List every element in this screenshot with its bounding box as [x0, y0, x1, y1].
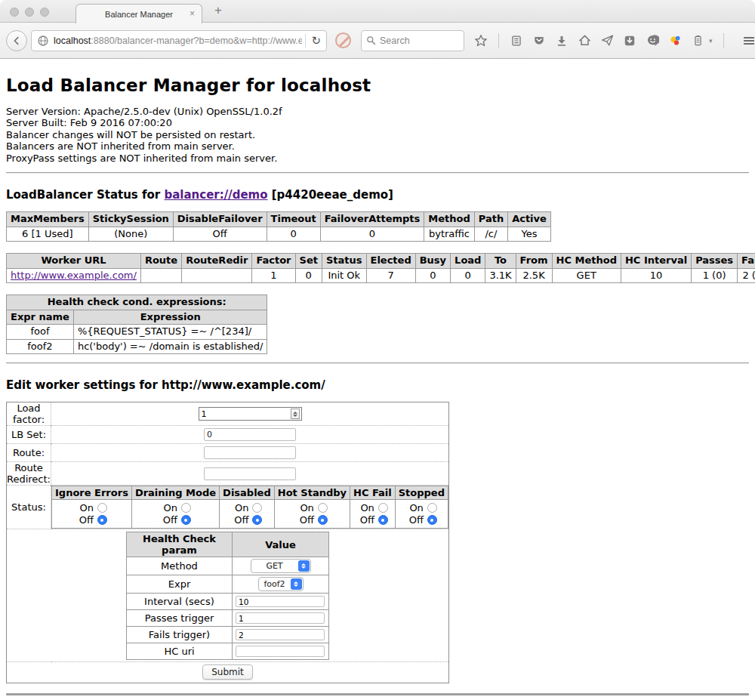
tab-title: Balancer Manager — [105, 10, 173, 19]
form-row-status: Status: Ignore Errors Draining Mode Disa… — [7, 486, 449, 529]
downloads-icon[interactable] — [555, 34, 569, 48]
feedback-smiley-icon[interactable] — [646, 34, 659, 48]
page-title: Load Balancer Manager for localhost — [6, 59, 749, 95]
radio-ignore-errors-on[interactable] — [97, 503, 107, 513]
table-row: foof %{REQUEST_STATUS} =~ /^[234]/ — [7, 325, 267, 340]
send-tab-icon[interactable] — [600, 34, 614, 48]
server-version-line: Server Version: Apache/2.5.0-dev (Unix) … — [6, 106, 749, 117]
method-select[interactable]: GET — [251, 559, 311, 573]
radio-disabled-on[interactable] — [252, 503, 262, 513]
pocket-icon[interactable] — [532, 34, 546, 48]
worker-table: Worker URL Route RouteRedir Factor Set S… — [6, 253, 755, 283]
url-text: localhost:8880/balancer-manager?b=demo&w… — [54, 35, 302, 46]
hc-uri-input[interactable] — [236, 646, 325, 657]
globe-icon — [37, 35, 49, 47]
back-arrow-icon — [11, 35, 22, 46]
table-header-row: Worker URL Route RouteRedir Factor Set S… — [7, 254, 755, 269]
form-row-health-check: Health Check param Value Method GET — [7, 529, 449, 662]
overflow-caret-icon[interactable]: ▾ — [709, 37, 713, 45]
save-to-device-icon[interactable] — [623, 34, 636, 48]
divider — [6, 172, 749, 174]
worker-url-link[interactable]: http://www.example.com/ — [11, 270, 137, 281]
hc-row-hc-uri: HC uri — [127, 643, 329, 660]
search-icon — [366, 35, 376, 45]
fails-trigger-input[interactable] — [236, 629, 325, 640]
server-built-line: Server Built: Feb 9 2016 07:00:20 — [6, 117, 749, 128]
table-header-row: MaxMembers StickySession DisableFailover… — [7, 212, 551, 227]
toolbar-buttons: ▾ — [474, 33, 755, 48]
colored-dots-icon[interactable] — [668, 34, 682, 48]
address-bar[interactable]: localhost:8880/balancer-manager?b=demo&w… — [31, 30, 327, 51]
hc-row-expr: Expr foof2 — [127, 575, 329, 594]
search-bar[interactable] — [361, 30, 464, 51]
menu-icon[interactable] — [742, 34, 755, 48]
navigation-toolbar: localhost:8880/balancer-manager?b=demo&w… — [0, 23, 755, 59]
submit-button[interactable]: Submit — [202, 665, 253, 680]
radio-stopped-on[interactable] — [427, 503, 437, 513]
route-redirect-label: Route Redirect: — [7, 462, 51, 486]
edit-worker-form: Load factor: LB Set: Route: Route Redire… — [6, 402, 449, 683]
table-row: http://www.example.com/ 1 0 Init Ok 7 0 … — [7, 268, 755, 283]
proxypass-notice-line: ProxyPass settings are NOT inherited fro… — [6, 153, 749, 164]
load-factor-label: Load factor: — [7, 402, 51, 426]
balancer-status-table: MaxMembers StickySession DisableFailover… — [6, 211, 551, 242]
window-close-button[interactable] — [10, 8, 19, 17]
select-arrows-icon — [291, 578, 302, 590]
tab-bar: Balancer Manager × + — [0, 0, 755, 23]
table-header-row: Ignore Errors Draining Mode Disabled Hot… — [52, 486, 448, 500]
home-icon[interactable] — [578, 34, 591, 48]
persist-notice-line: Balancer changes will NOT be persisted o… — [6, 129, 749, 140]
route-redirect-input[interactable] — [204, 467, 296, 480]
health-check-expressions-table: Health check cond. expressions: Expr nam… — [6, 294, 267, 354]
bottom-divider — [6, 693, 749, 695]
radio-stopped-off[interactable] — [427, 515, 437, 525]
table-row: 6 [1 Used] (None) Off 0 0 bytraffic /c/ … — [7, 227, 551, 242]
content-blocked-icon[interactable] — [335, 32, 351, 48]
form-row-route-redirect: Route Redirect: — [7, 462, 449, 486]
url-divider — [305, 34, 306, 48]
back-button[interactable] — [6, 30, 27, 51]
balancer-demo-link[interactable]: balancer://demo — [164, 188, 267, 202]
load-factor-input[interactable] — [199, 407, 302, 421]
balancer-status-heading: LoadBalancer Status for balancer://demo … — [6, 188, 749, 202]
bookmark-star-icon[interactable] — [474, 34, 488, 48]
table-row: foof2 hc('body') =~ /domain is establish… — [7, 339, 267, 354]
radio-hot-standby-off[interactable] — [318, 515, 328, 525]
passes-trigger-input[interactable] — [236, 612, 325, 624]
interval-input[interactable] — [236, 596, 325, 607]
server-info: Server Version: Apache/2.5.0-dev (Unix) … — [6, 106, 749, 164]
window-minimize-button[interactable] — [25, 8, 34, 17]
radio-hc-fail-off[interactable] — [378, 515, 388, 525]
status-toggles-table: Ignore Errors Draining Mode Disabled Hot… — [51, 486, 448, 529]
radio-disabled-off[interactable] — [252, 515, 262, 525]
window-controls — [10, 8, 49, 17]
route-input[interactable] — [204, 446, 296, 459]
clipboard-battery-icon[interactable] — [691, 34, 704, 48]
bookmarks-panel-icon[interactable] — [510, 34, 523, 48]
page-content: Load Balancer Manager for localhost Serv… — [0, 59, 755, 695]
hc-row-interval: Interval (secs) — [127, 594, 329, 610]
reload-button[interactable]: ↻ — [309, 34, 323, 48]
expr-select[interactable]: foof2 — [258, 577, 304, 591]
radio-draining-mode-on[interactable] — [181, 503, 191, 513]
form-row-load-factor: Load factor: — [7, 402, 449, 426]
health-check-param-table: Health Check param Value Method GET — [126, 532, 329, 660]
radio-hc-fail-on[interactable] — [378, 503, 388, 513]
tab-balancer-manager[interactable]: Balancer Manager × — [76, 4, 202, 23]
search-input[interactable] — [380, 35, 455, 46]
divider — [6, 362, 749, 364]
lb-set-label: LB Set: — [7, 426, 51, 444]
form-row-submit: Submit — [7, 662, 449, 683]
status-label: Status: — [7, 486, 51, 529]
window-zoom-button[interactable] — [40, 8, 49, 17]
radio-draining-mode-off[interactable] — [181, 515, 191, 525]
hc-row-passes: Passes trigger — [127, 610, 329, 627]
select-arrows-icon — [298, 560, 310, 572]
form-row-lb-set: LB Set: — [7, 426, 449, 444]
radio-ignore-errors-off[interactable] — [97, 515, 107, 525]
number-spinner-icon[interactable] — [291, 409, 300, 419]
tab-close-icon[interactable]: × — [190, 8, 195, 19]
radio-hot-standby-on[interactable] — [318, 503, 328, 513]
lb-set-input[interactable] — [204, 428, 296, 441]
new-tab-button[interactable]: + — [214, 3, 222, 18]
